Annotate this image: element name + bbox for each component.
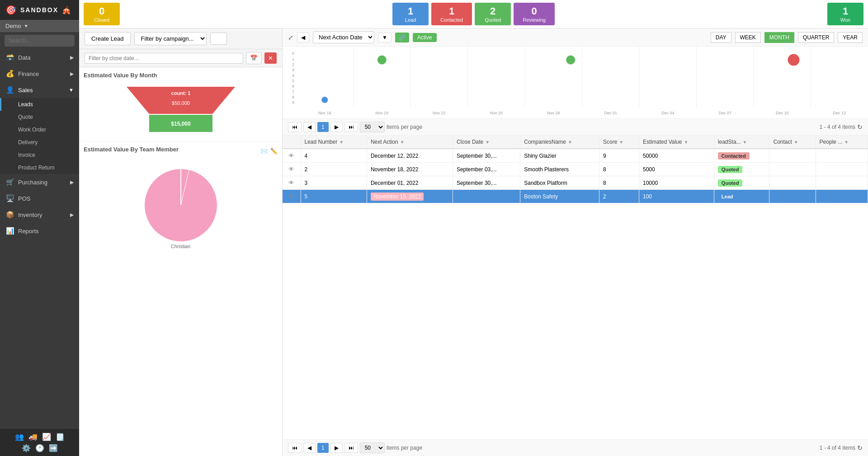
sidebar-item-delivery[interactable]: Delivery — [0, 136, 79, 149]
status-card-closed[interactable]: 0 Closed — [84, 3, 120, 25]
main-layout: Create Lead Filter by campaign... + 📅 ✕ … — [79, 28, 868, 456]
row-estimated-value: 100 — [639, 190, 714, 203]
col-actions — [283, 136, 301, 149]
filter-campaign-select[interactable]: Filter by campaign... — [134, 32, 207, 45]
chart-date-select[interactable]: Next Action Date — [313, 31, 374, 43]
page-size-select-bottom[interactable]: 50 10 25 100 — [360, 442, 385, 453]
table-row[interactable]: 👁 4 December 12, 2022 September 30,... S… — [283, 149, 868, 163]
chart-next-button[interactable]: ▼ — [378, 33, 392, 42]
filter-score-icon[interactable]: ▼ — [619, 140, 623, 145]
row-eye-cell[interactable]: 👁 — [283, 190, 301, 203]
sidebar-item-purchasing[interactable]: 🛒 Purchasing ▶ — [0, 174, 79, 190]
table-row[interactable]: 👁 2 November 18, 2022 September 03,... S… — [283, 163, 868, 176]
sidebar-item-reports[interactable]: 📊 Reports — [0, 223, 79, 239]
sidebar-item-data[interactable]: 🗃️ Data ▶ — [0, 49, 79, 66]
sidebar-item-sales[interactable]: 👤 Sales ▼ — [0, 82, 79, 98]
sidebar-item-product-return[interactable]: Product Return — [0, 161, 79, 174]
settings-icon[interactable]: ⚙️ — [22, 444, 31, 452]
col-estimated-value: Estimated Value ▼ — [639, 136, 714, 149]
eye-icon[interactable]: 👁 — [288, 166, 294, 173]
filter-lead-status-icon[interactable]: ▼ — [743, 140, 747, 145]
sidebar-item-pos[interactable]: 🖥️ POS — [0, 190, 79, 207]
filter-next-action-icon[interactable]: ▼ — [400, 140, 405, 145]
add-filter-button[interactable]: + — [210, 33, 227, 45]
row-lead-number: 3 — [301, 176, 367, 190]
filter-date-input[interactable] — [85, 53, 243, 64]
page-prev-button-bottom[interactable]: ◀ — [303, 443, 316, 453]
filter-people-icon[interactable]: ▼ — [844, 140, 849, 145]
sidebar-item-work-order[interactable]: Work Order — [0, 123, 79, 136]
funnel-chart: count: 1 $50,000 $15,000 — [84, 82, 278, 136]
row-close-date: September 30,... — [453, 176, 520, 190]
eye-icon[interactable]: 👁 — [288, 193, 294, 200]
status-card-reviewing[interactable]: 0 Reviewing — [514, 3, 555, 25]
time-btn-quarter[interactable]: QUARTER — [798, 32, 834, 43]
row-lead-status: Quoted — [714, 176, 769, 190]
filter-contact-icon[interactable]: ▼ — [794, 140, 798, 145]
people-icon[interactable]: 👥 — [15, 432, 24, 441]
purchasing-icon: 🛒 — [5, 178, 14, 186]
edit-icon[interactable]: ✏️ — [270, 148, 278, 155]
filter-companies-icon[interactable]: ▼ — [568, 140, 572, 145]
page-last-button-bottom[interactable]: ⏭ — [344, 443, 358, 453]
page-size-select-top[interactable]: 50 10 25 100 — [360, 122, 385, 132]
sidebar-item-inventory[interactable]: 📦 Inventory ▶ — [0, 207, 79, 223]
status-card-won[interactable]: 1 Won — [827, 3, 863, 25]
page-next-button[interactable]: ▶ — [330, 122, 343, 132]
finance-icon: 💰 — [5, 70, 14, 78]
page-first-button-bottom[interactable]: ⏮ — [288, 443, 302, 453]
email-icon[interactable]: ✉️ — [260, 148, 268, 155]
quoted-label: Quoted — [484, 17, 502, 23]
table-row[interactable]: 👁 3 December 01, 2022 September 30,... S… — [283, 176, 868, 190]
page-1-button[interactable]: 1 — [317, 122, 329, 132]
eye-icon[interactable]: 👁 — [288, 179, 294, 186]
row-eye-cell[interactable]: 👁 — [283, 163, 301, 176]
eye-icon[interactable]: 👁 — [288, 152, 294, 159]
time-btn-month[interactable]: MONTH — [764, 32, 794, 43]
page-prev-button[interactable]: ◀ — [303, 122, 316, 132]
chart-icon[interactable]: 📈 — [42, 432, 51, 441]
row-eye-cell[interactable]: 👁 — [283, 149, 301, 163]
status-card-quoted[interactable]: 2 Quoted — [475, 3, 511, 25]
chart-prev-button[interactable]: ◀ — [297, 33, 309, 42]
clear-filter-button[interactable]: ✕ — [264, 52, 277, 64]
page-next-button-bottom[interactable]: ▶ — [330, 443, 343, 453]
page-last-button[interactable]: ⏭ — [344, 122, 358, 132]
time-btn-year[interactable]: YEAR — [838, 32, 863, 43]
sidebar-item-quote[interactable]: Quote — [0, 111, 79, 123]
logout-icon[interactable]: ➡️ — [49, 444, 58, 452]
clipboard-icon[interactable]: 🗒️ — [56, 432, 65, 441]
calendar-button[interactable]: 📅 — [246, 52, 262, 64]
main-content: 0 Closed 1 Lead 1 Contacted 2 Quoted 0 R… — [79, 0, 868, 456]
sidebar-item-finance[interactable]: 💰 Finance ▶ — [0, 66, 79, 82]
status-card-lead[interactable]: 1 Lead — [392, 3, 429, 25]
clock-icon[interactable]: 🕐 — [35, 444, 44, 452]
filter-close-date-icon[interactable]: ▼ — [485, 140, 490, 145]
truck-icon[interactable]: 🚚 — [28, 432, 38, 441]
demo-dropdown[interactable]: Demo ▼ — [0, 20, 79, 32]
expand-chart-button[interactable]: ⤢ — [288, 34, 293, 41]
chain-button[interactable]: 🔗 — [395, 33, 409, 42]
time-btn-day[interactable]: DAY — [711, 32, 731, 43]
refresh-button-bottom[interactable]: ↻ — [857, 444, 863, 451]
filter-lead-number-icon[interactable]: ▼ — [339, 140, 344, 145]
refresh-button-top[interactable]: ↻ — [857, 123, 863, 131]
svg-text:$50,000: $50,000 — [172, 100, 190, 106]
sidebar-item-leads[interactable]: Leads — [0, 98, 79, 111]
estimated-value-chart-title: Estimated Value By Month — [84, 72, 278, 79]
status-card-contacted[interactable]: 1 Contacted — [431, 3, 472, 25]
time-btn-week[interactable]: WEEK — [735, 32, 761, 43]
row-eye-cell[interactable]: 👁 — [283, 176, 301, 190]
svg-point-18 — [566, 56, 575, 65]
sidebar-item-invoice[interactable]: Invoice — [0, 149, 79, 161]
table-row[interactable]: 👁 5 November 15, 2022 Boston Safety 2 10… — [283, 190, 868, 203]
quoted-count: 2 — [484, 5, 502, 17]
search-input[interactable] — [5, 35, 75, 47]
filter-estimated-value-icon[interactable]: ▼ — [684, 140, 688, 145]
page-1-button-bottom[interactable]: 1 — [317, 443, 329, 453]
won-label: Won — [836, 17, 854, 23]
nav-label-finance: Finance — [18, 71, 39, 77]
reviewing-count: 0 — [523, 5, 546, 17]
page-first-button[interactable]: ⏮ — [288, 122, 302, 132]
create-lead-button[interactable]: Create Lead — [85, 32, 131, 45]
